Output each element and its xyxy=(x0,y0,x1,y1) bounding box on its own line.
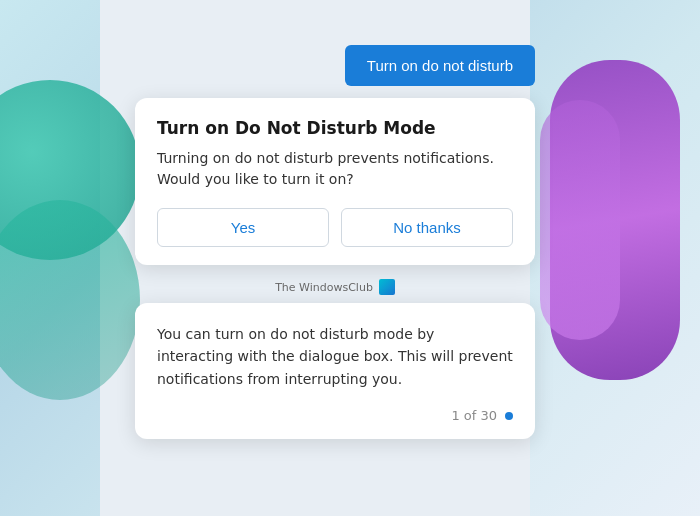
info-card: You can turn on do not disturb mode by i… xyxy=(135,303,535,439)
no-thanks-button[interactable]: No thanks xyxy=(341,208,513,247)
dialog-card: Turn on Do Not Disturb Mode Turning on d… xyxy=(135,98,535,265)
ui-container: Turn on do not disturb Turn on Do Not Di… xyxy=(135,45,535,439)
watermark: The WindowsClub xyxy=(135,279,535,295)
dialog-body: Turning on do not disturb prevents notif… xyxy=(157,148,513,190)
dialog-title: Turn on Do Not Disturb Mode xyxy=(157,118,513,138)
bg-purple-shape2 xyxy=(540,100,620,340)
watermark-text: The WindowsClub xyxy=(275,281,373,294)
pagination-text: 1 of 30 xyxy=(451,408,497,423)
dialog-buttons: Yes No thanks xyxy=(157,208,513,247)
yes-button[interactable]: Yes xyxy=(157,208,329,247)
windowsclub-icon xyxy=(379,279,395,295)
turn-on-dnd-button[interactable]: Turn on do not disturb xyxy=(345,45,535,86)
info-text: You can turn on do not disturb mode by i… xyxy=(157,323,513,390)
pagination-dot xyxy=(505,412,513,420)
info-footer: 1 of 30 xyxy=(157,408,513,423)
